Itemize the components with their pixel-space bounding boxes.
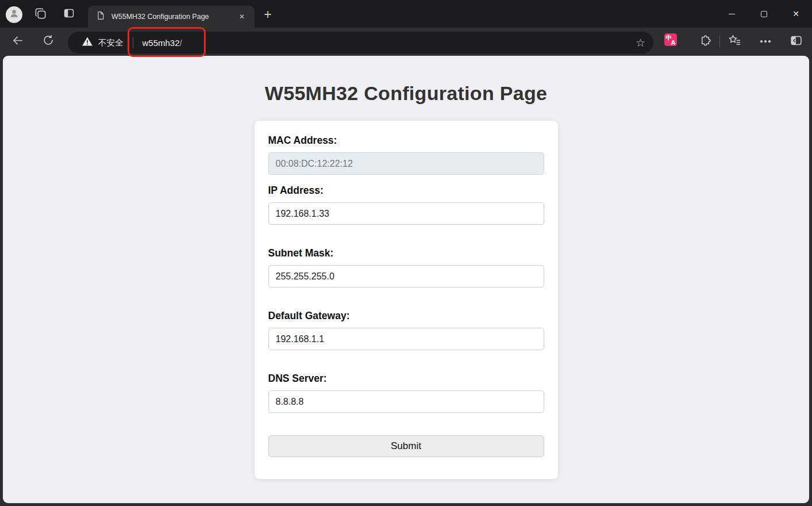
sidebar-toggle-button[interactable] <box>788 33 804 49</box>
ip-address-label: IP Address: <box>268 185 544 197</box>
refresh-icon <box>42 34 55 49</box>
ip-address-group: IP Address: <box>268 185 544 225</box>
subnet-mask-input[interactable] <box>268 265 544 288</box>
close-icon: ✕ <box>792 9 799 18</box>
page-favicon-icon <box>96 11 105 22</box>
extensions-button[interactable] <box>697 33 713 49</box>
sidebar-icon <box>790 34 803 49</box>
subnet-mask-label: Subnet Mask: <box>268 247 544 259</box>
toolbar: 不安全 w55mh32/ ☆ 中 A <box>0 28 812 56</box>
default-gateway-input[interactable] <box>268 328 544 350</box>
favorite-star-button[interactable]: ☆ <box>636 37 645 48</box>
address-bar-separator <box>133 37 133 48</box>
minimize-button[interactable] <box>715 0 748 28</box>
subnet-mask-group: Subnet Mask: <box>268 247 544 288</box>
close-button[interactable]: ✕ <box>780 0 812 28</box>
url-text: w55mh32/ <box>143 38 182 48</box>
window-controls: ✕ <box>715 0 812 28</box>
page-title: W55MH32 Configuration Page <box>3 82 809 105</box>
browser-tab[interactable]: W55MH32 Configuration Page ✕ <box>88 6 255 28</box>
tab-actions-button[interactable] <box>62 7 76 21</box>
puzzle-icon <box>699 34 712 49</box>
ip-address-input[interactable] <box>268 202 544 225</box>
vertical-tabs-icon <box>63 7 75 22</box>
back-button[interactable] <box>9 33 25 49</box>
more-options-button[interactable] <box>757 33 773 49</box>
address-bar[interactable]: 不安全 w55mh32/ ☆ <box>68 32 653 53</box>
translate-extension-button[interactable]: 中 A <box>664 33 677 46</box>
browser-window: W55MH32 Configuration Page ✕ + ✕ <box>0 0 812 506</box>
maximize-icon <box>761 11 767 17</box>
tab-title: W55MH32 Configuration Page <box>111 13 236 21</box>
warning-icon <box>82 36 93 49</box>
maximize-button[interactable] <box>748 0 780 28</box>
favorites-star-list-icon <box>728 33 741 49</box>
new-tab-button[interactable]: + <box>259 6 276 23</box>
profile-button[interactable] <box>6 6 22 23</box>
mac-address-label: MAC Address: <box>268 135 544 147</box>
minimize-icon <box>729 14 735 14</box>
default-gateway-label: Default Gateway: <box>268 310 544 322</box>
ellipsis-icon <box>760 40 770 42</box>
user-avatar-icon <box>9 8 20 21</box>
workspaces-button[interactable] <box>33 7 47 21</box>
refresh-button[interactable] <box>40 33 56 49</box>
dns-server-input[interactable] <box>268 390 544 413</box>
dns-server-label: DNS Server: <box>268 373 544 385</box>
mac-address-input <box>268 152 544 175</box>
mac-address-group: MAC Address: <box>268 135 544 175</box>
workspaces-icon <box>34 7 47 22</box>
security-label: 不安全 <box>98 37 124 48</box>
url-path: / <box>180 38 182 48</box>
tab-close-button[interactable]: ✕ <box>236 11 248 22</box>
toolbar-separator <box>719 36 720 48</box>
titlebar: W55MH32 Configuration Page ✕ + ✕ <box>0 0 812 28</box>
submit-button[interactable]: Submit <box>268 435 544 457</box>
web-content: W55MH32 Configuration Page MAC Address: … <box>3 56 809 503</box>
security-badge[interactable]: 不安全 <box>82 36 124 49</box>
config-form-card: MAC Address: IP Address: Subnet Mask: De… <box>255 121 558 479</box>
default-gateway-group: Default Gateway: <box>268 310 544 350</box>
favorites-button[interactable] <box>726 33 742 49</box>
back-arrow-icon <box>11 34 24 49</box>
dns-server-group: DNS Server: <box>268 373 544 413</box>
